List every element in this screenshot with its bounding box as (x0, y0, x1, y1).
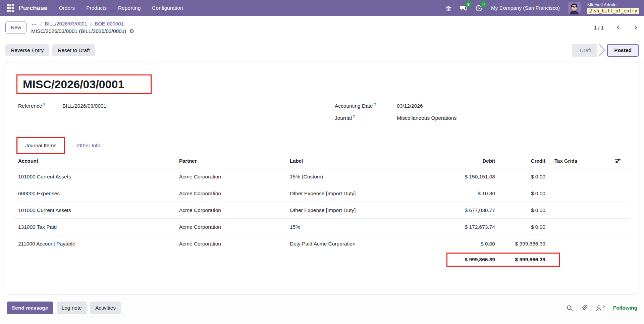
field-reference: Reference? BILL/2026/03/0001 (14, 102, 322, 109)
total-debit: $ 999,866.39 (403, 257, 496, 263)
table-row[interactable]: 131000 Tax Paid Acme Corporation 15% $ 1… (14, 219, 630, 235)
cell-credit: $ 0.00 (496, 207, 546, 213)
control-panel: New … / BILL/2026/03/0001 / BOE-000001 M… (0, 16, 644, 39)
help-icon[interactable]: ? (374, 102, 376, 106)
table-row[interactable]: 211000 Account Payable Acme Corporation … (14, 235, 630, 252)
gear-icon[interactable]: ⚙ (129, 28, 134, 34)
send-message-button[interactable]: Send message (7, 302, 53, 314)
journal-value[interactable]: Miscellaneous Operations (397, 115, 457, 121)
activities-button[interactable]: Activities (90, 302, 121, 314)
cell-credit: $ 0.00 (496, 174, 546, 180)
journal-label: Journal? (335, 114, 397, 121)
messages-icon[interactable]: 8 (459, 4, 468, 12)
reverse-entry-button[interactable]: Reverse Entry (5, 44, 49, 56)
cell-debit: $ 10.80 (403, 191, 496, 197)
form-sheet: MISC/2026/03/0001 Reference? BILL/2026/0… (7, 62, 637, 295)
reference-value[interactable]: BILL/2026/03/0001 (62, 103, 106, 109)
status-posted[interactable]: Posted (607, 44, 639, 57)
document-title: MISC/2026/03/0001 (23, 78, 145, 91)
search-messages-icon[interactable] (567, 305, 573, 311)
cell-partner: Acme Corporation (175, 224, 285, 230)
user-name[interactable]: Mitchell Admin (587, 2, 616, 8)
table-row[interactable]: 101000 Current Assets Acme Corporation 1… (14, 168, 630, 185)
pager: 1 / 1 (594, 24, 639, 31)
top-navbar: Purchase Orders Products Reporting Confi… (0, 0, 644, 16)
breadcrumb: … / BILL/2026/03/0001 / BOE-000001 MISC/… (31, 21, 134, 34)
cell-account: 101000 Current Assets (14, 207, 175, 213)
breadcrumb-current: MISC/2026/03/0001 (BILL/2026/03/0001) (31, 28, 126, 34)
col-credit[interactable]: Credit (496, 158, 546, 164)
menu-configuration[interactable]: Configuration (152, 5, 183, 11)
cell-debit: $ 0.00 (403, 241, 496, 247)
cell-account: 211000 Account Payable (14, 241, 175, 247)
cell-account: 101000 Current Assets (14, 174, 175, 180)
debug-bug-icon[interactable] (444, 4, 452, 12)
cell-credit: $ 0.00 (496, 224, 546, 230)
help-icon[interactable]: ? (43, 102, 46, 106)
menu-reporting[interactable]: Reporting (118, 5, 141, 11)
log-note-button[interactable]: Log note (57, 302, 87, 314)
notebook-tabs: Journal Items Other Info (14, 134, 630, 153)
breadcrumb-separator: / (40, 21, 42, 26)
breadcrumb-link-boe[interactable]: BOE-000001 (95, 21, 124, 26)
breadcrumb-ellipsis[interactable]: … (31, 22, 37, 25)
activities-badge: 8 (480, 1, 487, 7)
app-name[interactable]: Purchase (19, 4, 48, 12)
followers-person-icon (596, 305, 602, 311)
tab-journal-items[interactable]: Journal Items (17, 138, 64, 153)
cell-partner: Acme Corporation (175, 207, 285, 213)
reset-to-draft-button[interactable]: Reset to Draft (52, 44, 95, 56)
followers[interactable]: 2 (596, 305, 605, 311)
breadcrumb-link-bill[interactable]: BILL/2026/03/0001 (45, 21, 87, 26)
statusbar: Draft Posted (572, 44, 639, 57)
chatter: Send message Log note Activities 2 Follo… (7, 302, 637, 314)
pager-count: 1 / 1 (594, 25, 604, 31)
following-button[interactable]: Following (613, 305, 637, 311)
new-button[interactable]: New (5, 21, 26, 34)
table-row[interactable]: 600000 Expenses Acme Corporation Other E… (14, 185, 630, 202)
col-debit[interactable]: Debit (403, 158, 496, 164)
table-header: Account Partner Label Debit Credit Tax G… (14, 153, 630, 168)
menu-products[interactable]: Products (86, 5, 107, 11)
help-icon[interactable]: ? (353, 114, 355, 118)
col-account[interactable]: Account (14, 158, 175, 164)
menu-orders[interactable]: Orders (59, 5, 75, 11)
cell-account: 600000 Expenses (14, 191, 175, 197)
user-block: Mitchell Admin sh_bill_of_entry (587, 2, 639, 14)
cell-label: Duty Paid Acme Corporation (285, 241, 403, 247)
company-switcher[interactable]: My Company (San Francisco) (491, 5, 560, 11)
col-tax-grids[interactable]: Tax Grids (546, 158, 603, 164)
breadcrumb-separator: / (90, 21, 92, 26)
cell-credit: $ 0.00 (496, 191, 546, 197)
cell-label: 15% (285, 224, 403, 230)
apps-grid-icon[interactable] (5, 3, 15, 13)
cell-label: Other Expense [Import Duty] (285, 207, 403, 213)
field-journal: Journal? Miscellaneous Operations (330, 114, 630, 121)
table-row[interactable]: 101000 Current Assets Acme Corporation O… (14, 202, 630, 219)
accounting-date-label: Accounting Date? (335, 102, 397, 109)
messages-badge: 8 (465, 1, 472, 7)
col-label[interactable]: Label (285, 158, 403, 164)
accounting-date-value[interactable]: 03/12/2026 (397, 103, 423, 109)
total-credit: $ 999,866.39 (496, 257, 546, 263)
cell-debit: $ 150,151.08 (403, 174, 496, 180)
optional-columns-icon[interactable] (614, 158, 621, 164)
status-arrow-icon (597, 44, 607, 57)
main-menu: Orders Products Reporting Configuration (59, 5, 183, 11)
tab-other-info[interactable]: Other Info (70, 138, 108, 153)
chevron-left-icon[interactable] (615, 24, 621, 31)
chevron-right-icon[interactable] (633, 24, 639, 31)
status-draft[interactable]: Draft (572, 44, 597, 57)
field-accounting-date: Accounting Date? 03/12/2026 (330, 102, 630, 109)
navbar-right: 8 8 My Company (San Francisco) Mitchell … (444, 2, 639, 14)
cell-partner: Acme Corporation (175, 191, 285, 197)
field-groups: Reference? BILL/2026/03/0001 Accounting … (14, 102, 630, 126)
attachment-paperclip-icon[interactable] (581, 305, 588, 311)
database-chip[interactable]: sh_bill_of_entry (587, 8, 639, 14)
activities-clock-icon[interactable]: 8 (475, 4, 483, 12)
user-avatar[interactable] (568, 2, 581, 14)
col-partner[interactable]: Partner (175, 158, 285, 164)
cell-account: 131000 Tax Paid (14, 224, 175, 230)
cell-credit: $ 999,866.39 (496, 241, 546, 247)
annotation-box-tab: Journal Items (16, 137, 65, 154)
